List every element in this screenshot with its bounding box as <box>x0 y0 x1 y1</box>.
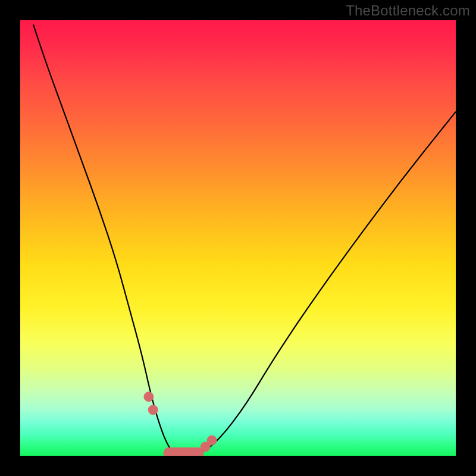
plot-area <box>20 20 456 456</box>
bottleneck-curve <box>33 24 456 456</box>
marker-point <box>207 436 217 445</box>
watermark-text: TheBottleneck.com <box>346 2 470 19</box>
marker-point <box>164 449 173 456</box>
chart-svg <box>20 20 456 456</box>
marker-point <box>144 392 154 402</box>
marker-point <box>173 449 182 456</box>
marker-point <box>181 449 190 456</box>
highlight-markers <box>144 392 217 456</box>
marker-point <box>148 405 158 415</box>
chart-frame: TheBottleneck.com <box>0 0 476 476</box>
